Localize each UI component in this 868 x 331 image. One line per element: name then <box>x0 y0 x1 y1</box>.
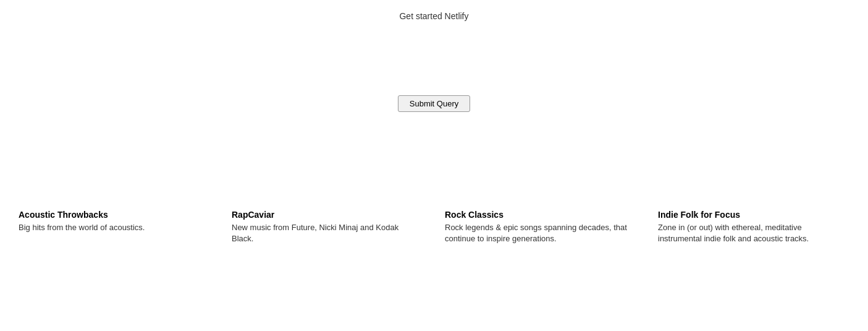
playlist-name-rock-classics: Rock Classics <box>445 210 633 220</box>
playlist-name-acoustic-throwbacks: Acoustic Throwbacks <box>19 210 207 220</box>
playlist-item-rock-classics[interactable]: Rock Classics Rock ClassicsRock legends … <box>445 137 633 244</box>
playlist-item-brain-food[interactable]: Brain Food Brain Food <box>445 257 633 331</box>
submit-query-button[interactable]: Submit Query <box>398 95 470 112</box>
playlist-item-dance-hits[interactable]: Dance Hits Dance Hits <box>232 257 420 331</box>
playlist-cover-indie-folk-for-focus: Indie Folk for Focus <box>658 137 726 205</box>
playlist-name-rapcaviar: RapCaviar <box>232 210 420 220</box>
playlist-cover-acoustic-throwbacks: AcousticThrowbacks <box>19 137 86 205</box>
playlist-cover-all-out-80s: ● 'All Out 80s <box>658 257 726 325</box>
playlist-cover-jazz-rap: Jazz Rap <box>19 257 86 325</box>
playlist-desc-acoustic-throwbacks: Big hits from the world of acoustics. <box>19 222 207 233</box>
page-title: Get started Netlify <box>0 0 868 21</box>
playlist-item-jazz-rap[interactable]: Jazz Rap Jazz Rap <box>19 257 207 331</box>
playlist-desc-indie-folk-for-focus: Zone in (or out) with ethereal, meditati… <box>658 222 846 244</box>
playlist-name-indie-folk-for-focus: Indie Folk for Focus <box>658 210 846 220</box>
playlist-item-all-out-80s[interactable]: ● 'All Out 80s All Out 80s <box>658 257 846 331</box>
playlist-desc-rock-classics: Rock legends & epic songs spanning decad… <box>445 222 633 244</box>
playlist-cover-rapcaviar: RapCaviar RX <box>232 137 300 205</box>
playlist-item-acoustic-throwbacks[interactable]: AcousticThrowbacks Acoustic ThrowbacksBi… <box>19 137 207 244</box>
playlist-cover-dance-hits: Dance Hits <box>232 257 300 325</box>
playlist-cover-rock-classics: Rock Classics <box>445 137 513 205</box>
playlists-grid: AcousticThrowbacks Acoustic ThrowbacksBi… <box>0 124 865 331</box>
playlist-item-rapcaviar[interactable]: RapCaviar RX RapCaviarNew music from Fut… <box>232 137 420 244</box>
playlist-item-indie-folk-for-focus[interactable]: Indie Folk for Focus Indie Folk for Focu… <box>658 137 846 244</box>
playlist-cover-brain-food: Brain Food <box>445 257 513 325</box>
playlist-desc-rapcaviar: New music from Future, Nicki Minaj and K… <box>232 222 420 244</box>
